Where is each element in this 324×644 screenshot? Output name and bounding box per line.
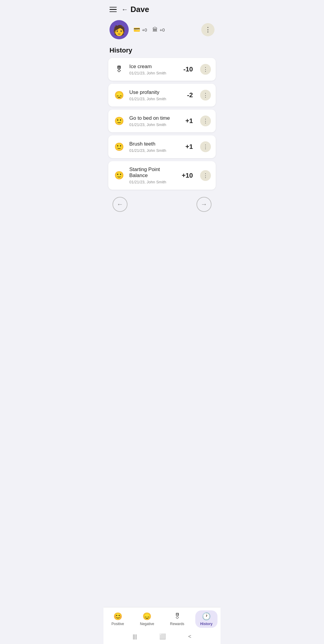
happy-icon: 🙂 — [113, 115, 125, 127]
rewards-nav-icon: 🎖 — [174, 612, 181, 621]
android-nav: ||| ⬜ < — [104, 630, 220, 644]
card-points: +1 — [185, 143, 193, 151]
nav-items: 😊 Positive 😞 Negative 🎖 Rewards 🕐 Histor… — [104, 607, 220, 630]
card-points: -2 — [187, 91, 193, 99]
card-menu-button[interactable]: ⋮ — [200, 64, 211, 75]
wallet-balance-label: +0 — [142, 27, 147, 32]
sad-icon: 😞 — [113, 89, 125, 101]
bank-icon: 🏛 — [152, 27, 158, 33]
history-card: 🙂 Brush teeth 01/21/23, John Smith +1 ⋮ — [108, 135, 216, 158]
history-nav-label: History — [200, 622, 212, 626]
card-menu-icon: ⋮ — [203, 92, 208, 98]
happy-icon: 🙂 — [113, 141, 125, 153]
profile-row: 🧑 💳 +0 🏛 +0 ⋮ — [104, 18, 220, 44]
card-menu-icon: ⋮ — [203, 66, 208, 73]
card-menu-button[interactable]: ⋮ — [200, 90, 211, 101]
card-info: Starting Point Balance 01/21/23, John Sm… — [129, 167, 178, 184]
card-menu-icon: ⋮ — [203, 118, 208, 124]
card-menu-button[interactable]: ⋮ — [200, 141, 211, 152]
prev-page-icon: ← — [117, 200, 123, 208]
card-meta: 01/21/23, John Smith — [129, 180, 178, 184]
card-meta: 01/21/23, John Smith — [129, 97, 183, 101]
wallet-icon: 💳 — [134, 26, 140, 33]
next-page-icon: → — [201, 200, 207, 208]
card-info: Brush teeth 01/21/23, John Smith — [129, 141, 181, 153]
card-menu-icon: ⋮ — [203, 143, 208, 150]
history-section-title: History — [104, 44, 220, 58]
card-menu-button[interactable]: ⋮ — [200, 116, 211, 126]
history-card: 🙂 Go to bed on time 01/21/23, John Smith… — [108, 110, 216, 132]
card-name: Ice cream — [129, 64, 179, 70]
card-name: Use profanity — [129, 89, 183, 95]
wallet-balance: 💳 +0 — [134, 26, 147, 33]
back-button[interactable]: ← — [122, 6, 128, 14]
card-points: +10 — [182, 172, 193, 179]
top-bar: ← Dave — [104, 0, 220, 18]
prev-page-button[interactable]: ← — [112, 197, 128, 212]
nav-item-rewards[interactable]: 🎖 Rewards — [165, 610, 189, 628]
android-home-button[interactable]: ⬜ — [159, 633, 166, 640]
nav-item-history[interactable]: 🕐 History — [195, 610, 217, 628]
positive-nav-label: Positive — [111, 622, 124, 626]
card-name: Starting Point Balance — [129, 167, 178, 179]
positive-nav-icon: 😊 — [113, 612, 122, 621]
card-points: +1 — [185, 117, 193, 125]
card-name: Brush teeth — [129, 141, 181, 147]
card-menu-button[interactable]: ⋮ — [200, 170, 211, 181]
menu-button[interactable] — [110, 7, 117, 12]
profile-more-button[interactable]: ⋮ — [201, 23, 214, 36]
negative-nav-label: Negative — [140, 622, 154, 626]
android-menu-button[interactable]: ||| — [133, 633, 137, 640]
rewards-nav-label: Rewards — [170, 622, 184, 626]
card-info: Go to bed on time 01/21/23, John Smith — [129, 115, 181, 127]
balance-items: 💳 +0 🏛 +0 — [134, 26, 196, 33]
card-menu-icon: ⋮ — [203, 172, 208, 179]
nav-item-negative[interactable]: 😞 Negative — [135, 610, 159, 628]
history-card: 😞 Use profanity 01/21/23, John Smith -2 … — [108, 84, 216, 107]
next-page-button[interactable]: → — [196, 197, 212, 212]
negative-nav-icon: 😞 — [142, 612, 152, 621]
bank-balance-label: +0 — [160, 27, 165, 32]
bottom-nav: 😊 Positive 😞 Negative 🎖 Rewards 🕐 Histor… — [104, 607, 220, 644]
card-meta: 01/21/23, John Smith — [129, 122, 181, 127]
nav-item-positive[interactable]: 😊 Positive — [106, 610, 129, 628]
card-meta: 01/21/23, John Smith — [129, 71, 179, 75]
reward-icon: 🎖 — [113, 63, 125, 75]
card-info: Ice cream 01/21/23, John Smith — [129, 64, 179, 75]
history-nav-icon: 🕐 — [202, 612, 211, 621]
history-cards-container: 🎖 Ice cream 01/21/23, John Smith -10 ⋮ 😞… — [104, 58, 220, 190]
android-back-button[interactable]: < — [188, 633, 191, 640]
bank-balance: 🏛 +0 — [152, 26, 165, 33]
card-meta: 01/21/23, John Smith — [129, 148, 181, 153]
history-card: 🎖 Ice cream 01/21/23, John Smith -10 ⋮ — [108, 58, 216, 81]
card-points: -10 — [183, 65, 193, 73]
happy-icon: 🙂 — [113, 170, 125, 182]
pagination-row: ← → — [104, 190, 220, 219]
avatar: 🧑 — [110, 20, 129, 39]
card-name: Go to bed on time — [129, 115, 181, 121]
page-title: Dave — [130, 5, 149, 14]
avatar-emoji: 🧑 — [113, 25, 125, 35]
card-info: Use profanity 01/21/23, John Smith — [129, 89, 183, 101]
more-icon: ⋮ — [205, 26, 211, 34]
history-card: 🙂 Starting Point Balance 01/21/23, John … — [108, 161, 216, 190]
